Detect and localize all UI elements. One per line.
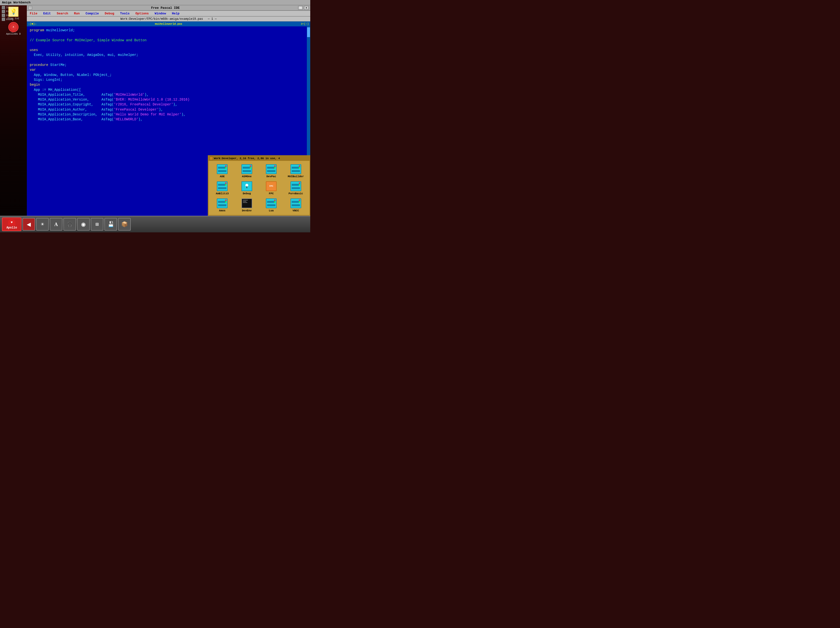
code-line-14: MUIA_Application_Title, AsTag('MUIHelloW… [30, 92, 307, 97]
sidebar-icon-apollo[interactable]: A ApolloOs D [1, 22, 25, 35]
editor-title-left: —[■]— [28, 22, 36, 25]
menu-file[interactable]: File [29, 11, 38, 16]
fm-label-purebasic: PureBasic [289, 192, 303, 195]
code-line-13: App := MH_Application([ [30, 87, 307, 92]
fm-icon-ade[interactable]: ADE [210, 163, 234, 179]
taskbar-btn-2[interactable]: ☀ [36, 218, 49, 231]
sidebar: □ IconX * Free F * Compil * Using 💡 Tips… [0, 5, 27, 39]
code-line-6: Exec, Utility, intuition, AmigaDos, mui,… [30, 52, 307, 57]
fm-icon-devenv[interactable]: DevEnv [235, 197, 259, 213]
fm-label-amblitz3: AmBlitz3 [216, 192, 229, 195]
fm-label-vbcc: VBCC [293, 209, 299, 212]
fpc-corner-btn2[interactable]: ▲ [304, 6, 309, 10]
fm-icon-purebasic[interactable]: PureBasic [284, 180, 308, 196]
menu-run[interactable]: Run [73, 11, 81, 16]
small-icon-compil[interactable]: * Compil [2, 14, 15, 17]
file-manager: Work:Developer, 2,1G free, 2,8G in use, … [208, 155, 310, 216]
small-icon-iconx[interactable]: □ IconX [2, 6, 15, 9]
fm-label-debug: Debug [243, 192, 251, 195]
code-line-7 [30, 58, 307, 62]
editor-title-bar: —[■]— muihelloworld.pas 3=[↑] [27, 22, 310, 26]
menu-tools[interactable]: Tools [119, 11, 131, 16]
fm-icon-fpc[interactable]: FPC FPC [259, 180, 283, 196]
desktop: □ IconX * Free F * Compil * Using 💡 Tips… [0, 5, 310, 233]
taskbar-btn-3[interactable]: A [50, 218, 62, 231]
fm-icons-grid: ADE ASMOne DevPac MUIBuilder [208, 161, 309, 215]
code-line-2 [30, 33, 307, 38]
path-bar: Work:Developer/FPC/bin/m68k-amiga/exampl… [27, 17, 310, 22]
code-line-9: var [30, 67, 307, 72]
fm-label-asmone: ASMOne [242, 175, 252, 178]
code-line-19: MUIA_Application_Base, AsTag('HELLOWORLD… [30, 117, 307, 122]
code-line-16: MUIA_Application_Copyright, AsTag('r2016… [30, 102, 307, 107]
code-line-10: App, Window, Button, NLabel: PObject_; [30, 73, 307, 78]
fm-label-muibuilder: MUIBuilder [288, 175, 304, 178]
path-text: Work:Developer/FPC/bin/m68k-amiga/exampl… [120, 17, 203, 21]
fm-label-lua: Lua [269, 209, 274, 212]
fm-icon-muibuilder[interactable]: MUIBuilder [284, 163, 308, 179]
small-icon-freef[interactable]: * Free F [2, 10, 15, 13]
small-icon-using[interactable]: * Using [2, 17, 15, 21]
taskbar-btn-5[interactable]: ◉ [77, 218, 90, 231]
code-line-1: program muihelloworld; [30, 28, 307, 33]
fm-label-fpc: FPC [269, 192, 274, 195]
fm-close-btn[interactable] [210, 157, 213, 160]
menu-window[interactable]: Window [154, 11, 167, 16]
editor-filename: muihelloworld.pas [36, 22, 301, 25]
code-line-3: // Example Source for MUIHelper, Simple … [30, 38, 307, 43]
fm-icon-asmone[interactable]: ASMOne [235, 163, 259, 179]
menu-bar: File Edit Search Run Compile Debug Tools… [27, 11, 310, 17]
code-line-11: Sigs: LongInt; [30, 78, 307, 82]
fm-titlebar: Work:Developer, 2,1G free, 2,8G in use, … [208, 156, 309, 161]
fpc-title-text: Free Pascal IDE [34, 6, 297, 10]
taskbar: ♥ Apollo ◀ ☀ A 🎧 ◉ ⊞ 💾 📦 [0, 216, 310, 233]
code-line-17: MUIA_Application_Author, AsTag('FreePasc… [30, 107, 307, 112]
sidebar-label-apollo: ApolloOs D [6, 33, 21, 35]
fm-label-amos: Amos [219, 209, 225, 212]
fm-icon-debug[interactable]: Debug [235, 180, 259, 196]
fm-icon-amblitz3[interactable]: AmBlitz3 [210, 180, 234, 196]
scrollbar-thumb[interactable] [307, 27, 310, 37]
code-line-18: MUIA_Application_Description, AsTag('Hel… [30, 112, 307, 117]
taskbar-btn-6[interactable]: ⊞ [91, 218, 103, 231]
fpc-corner-btn[interactable]: ⬜ [298, 6, 303, 10]
code-line-8: procedure StartMe; [30, 62, 307, 67]
code-line-12: begin [30, 82, 307, 87]
menu-debug[interactable]: Debug [104, 11, 115, 16]
fpc-close-btn[interactable]: □ [28, 6, 32, 10]
small-icon-bar: □ IconX * Free F * Compil * Using [1, 5, 15, 22]
fpc-titlebar: □ Free Pascal IDE ⬜ ▲ [27, 5, 310, 11]
menu-options[interactable]: Options [134, 11, 150, 16]
taskbar-logo-label: Apollo [5, 226, 18, 230]
code-line-15: MUIA_Application_Version, AsTag('$VER: M… [30, 97, 307, 102]
fm-label-devpac: DevPac [266, 175, 276, 178]
taskbar-btn-7[interactable]: 💾 [104, 218, 117, 231]
taskbar-logo[interactable]: ♥ Apollo [2, 217, 22, 231]
fm-label-devenv: DevEnv [242, 209, 252, 212]
taskbar-btn-8[interactable]: 📦 [118, 218, 131, 231]
fm-icon-amos[interactable]: Amos [210, 197, 234, 213]
menu-search[interactable]: Search [55, 11, 69, 16]
code-line-5: uses [30, 47, 307, 52]
editor-title-right: 3=[↑] [301, 22, 309, 25]
fm-icon-vbcc[interactable]: VBCC [284, 197, 308, 213]
fm-title: Work:Developer, 2,1G free, 2,8G in use, … [214, 157, 308, 160]
code-line-4 [30, 43, 307, 47]
menu-compile[interactable]: Compile [85, 11, 100, 16]
taskbar-btn-1[interactable]: ◀ [22, 218, 35, 231]
fm-icon-lua[interactable]: Lua [259, 197, 283, 213]
menu-help[interactable]: Help [171, 11, 180, 16]
taskbar-btn-4[interactable]: 🎧 [63, 218, 76, 231]
menu-edit[interactable]: Edit [42, 11, 52, 16]
workbench-title: Amiga Workbench [2, 1, 30, 5]
fm-label-ade: ADE [220, 175, 225, 178]
fm-icon-devpac[interactable]: DevPac [259, 163, 283, 179]
workbench-bar: Amiga Workbench [0, 0, 310, 5]
